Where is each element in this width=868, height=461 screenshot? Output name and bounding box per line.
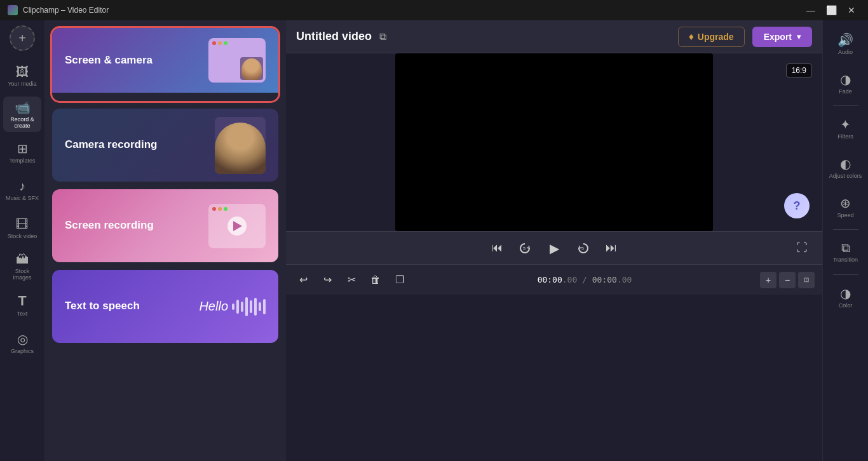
right-separator-1 bbox=[833, 105, 858, 106]
screen-preview bbox=[208, 204, 266, 248]
camera-thumbnail bbox=[240, 57, 263, 80]
sidebar-item-your-media[interactable]: 🖼 Your media bbox=[3, 58, 41, 94]
fullscreen-button[interactable]: ⛶ bbox=[792, 238, 812, 258]
screen-recording-card[interactable]: Screen recording bbox=[52, 189, 278, 262]
sidebar-item-label: Graphics bbox=[11, 349, 34, 355]
main-area: + 🖼 Your media 📹 Record & create ⊞ Templ… bbox=[0, 20, 868, 461]
redo-button[interactable]: ↪ bbox=[318, 271, 337, 290]
audio-label: Audio bbox=[838, 50, 853, 56]
tts-preview: Hello bbox=[199, 297, 266, 316]
audio-icon: 🔊 bbox=[837, 32, 853, 48]
sidebar-item-label: Text bbox=[17, 311, 28, 317]
time-display: 00:00.00 / 00:00.00 bbox=[538, 275, 632, 284]
stock-images-icon: 🏔 bbox=[16, 252, 29, 267]
skip-back-button[interactable]: ⏮ bbox=[487, 238, 507, 258]
sidebar-item-label: Your media bbox=[8, 81, 36, 88]
title-bar-left: Clipchamp – Video Editor bbox=[8, 5, 109, 15]
screen-camera-card[interactable]: Screen & camera bbox=[52, 28, 278, 101]
record-create-icon: 📹 bbox=[15, 100, 31, 115]
speed-label: Speed bbox=[837, 213, 853, 219]
right-tool-fade[interactable]: ◑ Fade bbox=[825, 65, 866, 102]
delete-button[interactable]: 🗑 bbox=[366, 271, 385, 290]
graphics-icon: ◎ bbox=[17, 331, 28, 347]
app-title: Clipchamp – Video Editor bbox=[23, 6, 109, 15]
person-face bbox=[241, 58, 262, 80]
add-media-button[interactable]: + bbox=[10, 25, 35, 51]
upgrade-label: Upgrade bbox=[698, 32, 734, 42]
video-title[interactable]: Untitled video bbox=[296, 30, 372, 43]
sidebar-item-stock-video[interactable]: 🎞 Stock video bbox=[3, 211, 41, 246]
dot-green-sr bbox=[224, 207, 227, 211]
wave-bar-3 bbox=[241, 302, 243, 312]
sidebar-item-text[interactable]: T Text bbox=[3, 287, 41, 323]
play-button[interactable]: ▶ bbox=[543, 237, 566, 260]
copy-button[interactable]: ❐ bbox=[390, 271, 409, 290]
sidebar-item-record-create[interactable]: 📹 Record & create bbox=[3, 97, 41, 132]
record-create-panel: Screen & camera Camera recording bbox=[44, 20, 286, 461]
right-tool-audio[interactable]: 🔊 Audio bbox=[825, 25, 866, 62]
forward-button[interactable]: 5 bbox=[573, 238, 593, 258]
sidebar-item-templates[interactable]: ⊞ Templates bbox=[3, 135, 41, 170]
transition-label: Transition bbox=[833, 257, 858, 264]
playback-controls: ⏮ 5 ▶ 5 ⏭ ⛶ bbox=[286, 231, 822, 264]
export-button[interactable]: Export ▾ bbox=[752, 27, 812, 47]
window-controls[interactable]: — ⬜ ✕ bbox=[802, 1, 860, 19]
cut-button[interactable]: ✂ bbox=[342, 271, 361, 290]
your-media-icon: 🖼 bbox=[16, 65, 29, 79]
zoom-out-button[interactable]: − bbox=[779, 272, 796, 288]
maximize-button[interactable]: ⬜ bbox=[822, 1, 840, 19]
help-button[interactable]: ? bbox=[784, 193, 810, 218]
sidebar-item-music-sfx[interactable]: ♪ Music & SFX bbox=[3, 173, 41, 208]
edit-title-icon[interactable]: ⧉ bbox=[379, 31, 386, 43]
tts-label: Text to speech bbox=[65, 299, 140, 313]
wave-bar-8 bbox=[263, 299, 266, 314]
wave-bar-7 bbox=[259, 302, 261, 311]
rewind-button[interactable]: 5 bbox=[515, 238, 535, 258]
sidebar-item-stock-images[interactable]: 🏔 Stock images bbox=[3, 249, 41, 284]
close-button[interactable]: ✕ bbox=[843, 1, 860, 19]
right-tool-filters[interactable]: ✦ Filters bbox=[825, 110, 866, 147]
dot-red-sr bbox=[212, 207, 216, 211]
current-time-ms: .00 bbox=[562, 275, 577, 284]
zoom-in-button[interactable]: + bbox=[760, 272, 776, 288]
current-time: 00:00 bbox=[538, 275, 562, 284]
left-nav: + 🖼 Your media 📹 Record & create ⊞ Templ… bbox=[0, 20, 44, 461]
camera-recording-label: Camera recording bbox=[65, 138, 158, 152]
filters-icon: ✦ bbox=[840, 117, 851, 132]
sidebar-item-graphics[interactable]: ◎ Graphics bbox=[3, 325, 41, 361]
app-icon bbox=[8, 5, 18, 15]
camera-recording-card[interactable]: Camera recording bbox=[52, 109, 278, 182]
window-dots bbox=[212, 41, 227, 45]
right-tool-color[interactable]: ◑ Color bbox=[825, 279, 866, 316]
upgrade-button[interactable]: ♦ Upgrade bbox=[678, 27, 745, 47]
svg-text:5: 5 bbox=[581, 246, 584, 251]
aspect-ratio-badge[interactable]: 16:9 bbox=[786, 63, 812, 77]
right-tool-speed[interactable]: ⊛ Speed bbox=[825, 189, 866, 225]
templates-icon: ⊞ bbox=[17, 141, 28, 156]
skip-forward-button[interactable]: ⏭ bbox=[601, 238, 621, 258]
wave-bar-6 bbox=[254, 298, 257, 316]
wave-bar-4 bbox=[245, 297, 248, 316]
screen-recording-label: Screen recording bbox=[65, 218, 154, 232]
total-time: 00:00 bbox=[592, 275, 617, 284]
right-tool-transition[interactable]: ⧉ Transition bbox=[825, 234, 866, 271]
right-tool-adjust-colors[interactable]: ◐ Adjust colors bbox=[825, 149, 866, 186]
fade-icon: ◑ bbox=[840, 72, 851, 87]
timeline-bar: ↩ ↪ ✂ 🗑 ❐ 00:00.00 / 00:00.00 + − ⊡ bbox=[286, 264, 822, 295]
adjust-colors-icon: ◐ bbox=[840, 156, 851, 171]
undo-button[interactable]: ↩ bbox=[294, 271, 313, 290]
wave-bars bbox=[232, 297, 266, 316]
filters-label: Filters bbox=[837, 134, 853, 140]
preview-area: 16:9 ? bbox=[286, 53, 822, 231]
dot-yellow-sr bbox=[218, 207, 222, 211]
minimize-button[interactable]: — bbox=[802, 1, 820, 19]
fade-label: Fade bbox=[839, 89, 852, 95]
text-to-speech-card[interactable]: Text to speech Hello bbox=[52, 270, 278, 343]
video-preview bbox=[395, 53, 713, 231]
sidebar-item-label: Stock video bbox=[8, 234, 37, 240]
zoom-controls: + − ⊡ bbox=[760, 272, 815, 288]
stock-video-icon: 🎞 bbox=[16, 217, 29, 232]
forward-icon: 5 bbox=[577, 242, 590, 255]
fit-button[interactable]: ⊡ bbox=[798, 272, 815, 288]
sidebar-item-label: Music & SFX bbox=[6, 196, 39, 202]
